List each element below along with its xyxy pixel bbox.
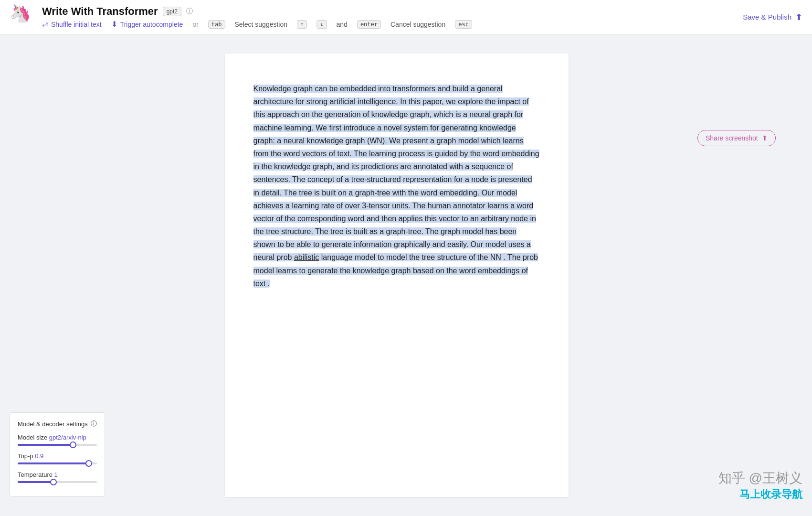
paper-text[interactable]: Knowledge graph can be embedded into tra… (253, 82, 540, 290)
model-badge: gpt2 (163, 7, 181, 16)
shuffle-button[interactable]: ⇌ Shuffle initial text (42, 20, 102, 29)
main-area: Model & decoder settings ⓘ Model size gp… (0, 34, 812, 516)
model-size-value: gpt2/arxiv-nlp (49, 434, 86, 441)
model-size-fill (18, 444, 73, 446)
model-size-thumb[interactable] (70, 441, 76, 448)
shuffle-icon: ⇌ (42, 20, 48, 29)
title-row: Write With Transformer gpt2 ⓘ (42, 5, 472, 18)
enter-key: enter (357, 20, 381, 29)
model-size-slider[interactable] (18, 444, 97, 446)
app-title: Write With Transformer (42, 5, 158, 18)
tab-key: tab (208, 20, 225, 29)
cancel-text: Cancel suggestion (390, 21, 445, 28)
info-icon[interactable]: ⓘ (186, 7, 193, 16)
title-block: Write With Transformer gpt2 ⓘ ⇌ Shuffle … (42, 5, 472, 29)
left-panel: Model & decoder settings ⓘ Model size gp… (0, 34, 105, 516)
underlined-word: abilistic (294, 253, 319, 261)
toolbar-row: ⇌ Shuffle initial text ⬇ Trigger autocom… (42, 20, 472, 29)
editor-area[interactable]: Knowledge graph can be embedded into tra… (105, 34, 688, 516)
settings-title: Model & decoder settings ⓘ (18, 419, 97, 428)
header-left: 🦄 Write With Transformer gpt2 ⓘ ⇌ Shuffl… (10, 5, 472, 30)
temperature-row: Temperature 1 (18, 471, 97, 483)
settings-title-text: Model & decoder settings (18, 420, 88, 428)
share-screenshot-icon: ⬆ (762, 134, 768, 142)
model-size-row: Model size gpt2/arxiv-nlp (18, 434, 97, 446)
top-p-thumb[interactable] (85, 460, 92, 467)
right-sidebar: Share screenshot ⬆ (688, 34, 812, 516)
top-p-row: Top-p 0.9 (18, 452, 97, 464)
model-size-label: Model size gpt2/arxiv-nlp (18, 434, 97, 441)
paper[interactable]: Knowledge graph can be embedded into tra… (225, 54, 569, 497)
trigger-label: Trigger autocomplete (120, 21, 183, 28)
settings-info-icon[interactable]: ⓘ (91, 419, 97, 428)
trigger-button[interactable]: ⬇ Trigger autocomplete (111, 20, 183, 29)
save-icon: ⬆ (795, 12, 802, 22)
shuffle-label: Shuffle initial text (51, 21, 102, 28)
app-logo: 🦄 (10, 5, 34, 30)
down-key: ↓ (316, 20, 327, 29)
temperature-slider[interactable] (18, 481, 97, 483)
settings-card: Model & decoder settings ⓘ Model size gp… (10, 412, 105, 497)
trigger-icon: ⬇ (111, 20, 117, 29)
or-text: or (192, 21, 198, 28)
save-publish-button[interactable]: Save & Publish ⬆ (743, 12, 802, 22)
esc-key: esc (455, 20, 472, 29)
temperature-thumb[interactable] (50, 479, 57, 485)
temperature-fill (18, 481, 53, 483)
temperature-value: 1 (54, 471, 58, 478)
up-key: ↑ (297, 20, 307, 29)
top-p-value: 0.9 (35, 452, 43, 460)
share-screenshot-label: Share screenshot (706, 134, 758, 142)
top-p-label: Top-p 0.9 (18, 452, 97, 460)
top-p-fill (18, 462, 89, 464)
top-p-slider[interactable] (18, 462, 97, 464)
select-suggestion-text: Select suggestion (235, 21, 288, 28)
save-publish-label: Save & Publish (743, 13, 791, 21)
share-screenshot-button[interactable]: Share screenshot ⬆ (697, 130, 776, 146)
header-right: Save & Publish ⬆ (743, 12, 802, 22)
header: 🦄 Write With Transformer gpt2 ⓘ ⇌ Shuffl… (0, 0, 812, 34)
highlighted-text: Knowledge graph can be embedded into tra… (253, 85, 539, 288)
and-text: and (337, 21, 348, 28)
temperature-label: Temperature 1 (18, 471, 97, 478)
